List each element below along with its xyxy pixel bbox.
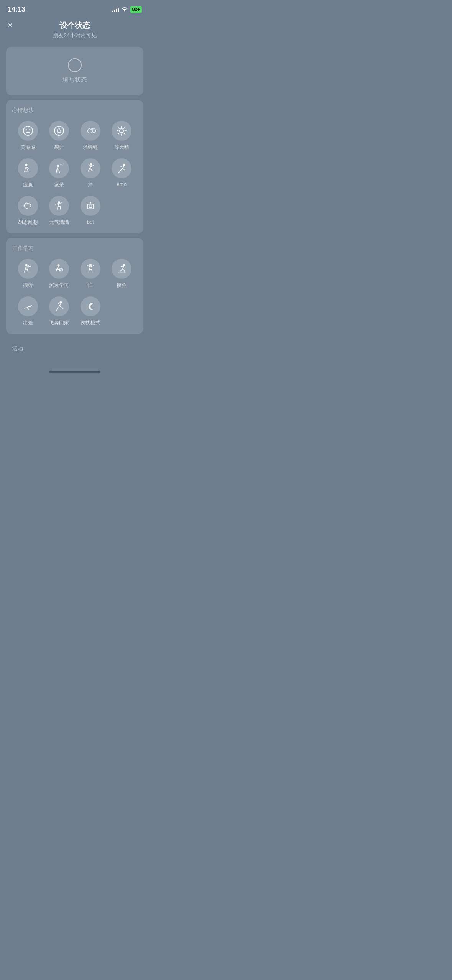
status-input-card[interactable]: 填写状态: [6, 47, 143, 95]
mood-grid-row2: 疲惫 发呆: [12, 158, 137, 188]
status-item-moyu[interactable]: 摸鱼: [106, 259, 138, 289]
status-item-xuanxi[interactable]: 沉迷学习: [44, 259, 75, 289]
status-label-banzuan: 搬砖: [23, 282, 33, 289]
status-label-bot: bot: [87, 219, 94, 225]
status-item-wuraomode[interactable]: 勿扰模式: [75, 296, 106, 326]
status-item-banzuan[interactable]: 搬砖: [12, 259, 44, 289]
close-button[interactable]: ×: [8, 20, 13, 30]
rush-icon: [81, 158, 100, 178]
work-grid-row1: 搬砖 沉迷学习: [12, 259, 137, 289]
status-label-yuanqimanman: 元气满满: [49, 219, 69, 226]
cloud-icon: [18, 196, 38, 216]
status-bar: 14:13 93+: [0, 0, 150, 16]
tired-icon: [18, 158, 38, 178]
input-circle-icon: [68, 58, 82, 72]
svg-line-11: [124, 133, 125, 134]
bot-icon: [81, 196, 100, 216]
svg-point-19: [63, 164, 64, 164]
status-label-mang: 忙: [88, 282, 93, 289]
status-item-qiujinli[interactable]: 求锦鲤: [75, 121, 106, 151]
run-icon: [49, 296, 69, 316]
work-section-title: 工作学习: [12, 245, 137, 252]
status-label-qiujinli: 求锦鲤: [83, 144, 98, 151]
work-section: 工作学习 搬砖: [6, 238, 143, 334]
svg-rect-23: [87, 204, 93, 209]
svg-line-13: [118, 133, 120, 134]
status-label-moyu: 摸鱼: [117, 282, 127, 289]
status-label-feibenhui: 飞奔回家: [49, 319, 69, 326]
status-label-chuchai: 出差: [23, 319, 33, 326]
status-label-meizizzi: 美滋滋: [20, 144, 35, 151]
svg-point-2: [29, 129, 30, 130]
mood-section-title: 心情想法: [12, 107, 137, 114]
battery-display: 93+: [130, 6, 142, 13]
busy-icon: [81, 259, 100, 279]
status-item-pibei[interactable]: 疲惫: [12, 158, 44, 188]
svg-point-1: [26, 129, 27, 130]
status-item-feibenhui[interactable]: 飞奔回家: [44, 296, 75, 326]
status-label-xuanxi: 沉迷学习: [49, 282, 69, 289]
page-subtitle: 朋友24小时内可见: [53, 32, 97, 39]
status-item-chong[interactable]: 冲: [75, 158, 106, 188]
mood-grid-row3: 胡思乱想 元气满满: [12, 196, 137, 226]
status-label-chong: 冲: [88, 181, 93, 188]
svg-point-4: [90, 129, 92, 130]
status-label-husiluanxiang: 胡思乱想: [18, 219, 38, 226]
svg-rect-15: [24, 171, 28, 172]
status-item-liekai[interactable]: 裂开: [44, 121, 75, 151]
status-item-yuanqimanman[interactable]: 元气满满: [44, 196, 75, 226]
svg-point-5: [120, 129, 124, 133]
input-placeholder: 填写状态: [62, 76, 87, 84]
koi-icon: [81, 121, 100, 141]
svg-rect-34: [60, 269, 63, 271]
svg-point-0: [23, 126, 33, 135]
smile-icon: [18, 121, 38, 141]
work-grid-row2: 出差 飞奔回家: [12, 296, 137, 326]
status-label-pibei: 疲惫: [23, 181, 33, 188]
status-item-chuchai[interactable]: 出差: [12, 296, 44, 326]
moon-icon: [81, 296, 100, 316]
status-item-fadai[interactable]: 发呆: [44, 158, 75, 188]
status-icons: 93+: [112, 6, 142, 13]
status-label-wuraomode: 勿扰模式: [81, 319, 100, 326]
svg-point-28: [90, 202, 91, 203]
status-label-dengtianqing: 等天晴: [114, 144, 129, 151]
status-item-emo[interactable]: emo: [106, 158, 138, 188]
time-display: 14:13: [8, 5, 25, 13]
activity-section: 活动: [6, 339, 143, 366]
status-item-meizizzi[interactable]: 美滋滋: [12, 121, 44, 151]
home-indicator: [49, 371, 100, 373]
empty-cell: [106, 196, 138, 226]
sun-icon: [112, 121, 131, 141]
daze-icon: [49, 158, 69, 178]
worker-icon: [18, 259, 38, 279]
svg-line-10: [118, 128, 120, 129]
svg-line-12: [124, 128, 125, 129]
svg-point-14: [25, 164, 27, 166]
status-label-fadai: 发呆: [54, 181, 64, 188]
svg-point-17: [61, 164, 61, 165]
mood-grid-row1: 美滋滋 裂开 求锦鲤: [12, 121, 137, 151]
status-item-bot[interactable]: bot: [75, 196, 106, 226]
emo-icon: [112, 158, 131, 178]
relax-icon: [112, 259, 131, 279]
empty-cell-2: [106, 296, 138, 326]
status-item-mang[interactable]: 忙: [75, 259, 106, 289]
activity-section-title: 活动: [12, 345, 137, 352]
svg-rect-25: [91, 206, 92, 207]
svg-rect-24: [89, 206, 90, 207]
page-header: × 设个状态 朋友24小时内可见: [0, 16, 150, 47]
svg-point-16: [57, 165, 59, 167]
energy-icon: [49, 196, 69, 216]
status-label-liekai: 裂开: [54, 144, 64, 151]
status-item-dengtianqing[interactable]: 等天晴: [106, 121, 138, 151]
mood-section: 心情想法 美滋滋: [6, 100, 143, 233]
status-item-husiluanxiang[interactable]: 胡思乱想: [12, 196, 44, 226]
study-icon: [49, 259, 69, 279]
travel-icon: [18, 296, 38, 316]
svg-point-18: [62, 164, 62, 164]
page-title: 设个状态: [59, 20, 90, 31]
signal-icon: [112, 7, 119, 12]
status-label-emo: emo: [117, 181, 127, 187]
wifi-icon: [121, 6, 128, 13]
